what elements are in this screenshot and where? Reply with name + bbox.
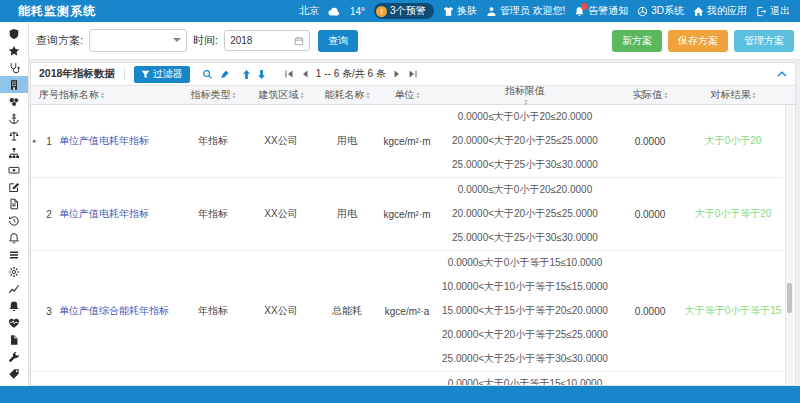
sort-icon[interactable]: ▴▾ <box>416 91 419 99</box>
document-icon <box>8 198 20 210</box>
sidebar-item-heart-pulse[interactable] <box>0 314 28 331</box>
indicator-name-link[interactable]: 单位产值电耗年指标 <box>59 207 149 221</box>
query-scheme-select[interactable] <box>89 29 187 52</box>
sort-icon[interactable]: ▴▾ <box>101 91 104 99</box>
next-page-button[interactable] <box>392 69 402 79</box>
sort-icon[interactable]: ▴▾ <box>366 91 369 99</box>
benchmark-result-cell: 大于0小于20 <box>685 134 781 148</box>
shield-icon <box>8 28 20 40</box>
sidebar-item-building[interactable] <box>0 76 28 93</box>
column-label: 能耗名称 <box>324 88 364 102</box>
table-row[interactable]: 3单位产值综合能耗年指标年指标XX公司总能耗kgce/m²·a0.0000≤大于… <box>31 251 783 372</box>
limit-ranges-cell: 0.0000≤大于0小于20≤20.000020.0000<大于20小于25≤2… <box>435 178 615 250</box>
column-header-unit[interactable]: 单位▴▾ <box>379 88 435 102</box>
sidebar-item-edit[interactable] <box>0 178 28 195</box>
last-page-button[interactable] <box>408 69 418 79</box>
benchmark-result-cell: 大于等于0小于等于15 <box>685 304 781 318</box>
table-row[interactable]: 2单位产值电耗年指标年指标XX公司用电kgce/m²·m0.0000≤大于0小于… <box>31 178 783 251</box>
sidebar-item-menu[interactable] <box>0 246 28 263</box>
change-skin-button[interactable]: 换肤 <box>443 4 477 18</box>
building-icon <box>8 79 20 91</box>
my-apps-button[interactable]: 我的应用 <box>693 4 747 18</box>
sort-icon[interactable]: ▴▾ <box>664 91 667 99</box>
vertical-scrollbar[interactable] <box>785 105 793 384</box>
unit-cell: kgce/m²·m <box>379 209 435 220</box>
first-page-button[interactable] <box>284 69 294 79</box>
sidebar-item-document[interactable] <box>0 195 28 212</box>
time-input[interactable]: 2018 <box>224 30 310 51</box>
prev-page-button[interactable] <box>300 69 310 79</box>
sidebar-item-star[interactable] <box>0 42 28 59</box>
indicator-name-cell: 单位产值综合能耗年指标 <box>59 304 179 318</box>
column-header-region[interactable]: 建筑区域▴▾ <box>247 88 315 102</box>
indicator-name-link[interactable]: 单位产值综合能耗年指标 <box>59 304 169 318</box>
exclamation-icon: ! <box>376 6 387 17</box>
separator <box>124 68 125 80</box>
system-3d-button[interactable]: 3D系统 <box>637 4 684 18</box>
alert-badge[interactable]: ! 3个预警 <box>374 3 434 19</box>
filter-button[interactable]: 过滤器 <box>134 66 190 83</box>
anchor-icon <box>8 113 20 125</box>
sidebar-item-sitemap[interactable] <box>0 144 28 161</box>
user-menu[interactable]: 管理员 欢迎您! <box>486 4 566 18</box>
scrollbar-thumb[interactable] <box>787 283 792 313</box>
logout-button[interactable]: 退出 <box>756 4 790 18</box>
sidebar-item-scale[interactable] <box>0 127 28 144</box>
sidebar-item-banknote[interactable] <box>0 161 28 178</box>
collapse-panel-icon[interactable] <box>777 71 787 77</box>
benchmark-result-cell: 大于0小于等于20 <box>685 207 781 221</box>
query-bar: 查询方案: 时间: 2018 查询 新方案 保存方案 管理方案 <box>28 22 800 60</box>
row-number-cell: 2 <box>39 209 59 220</box>
shirt-icon <box>443 6 454 17</box>
sidebar-item-history[interactable] <box>0 212 28 229</box>
table-row[interactable]: ▸1单位产值电耗年指标年指标XX公司用电kgce/m²·m0.0000≤大于0小… <box>31 105 783 178</box>
sidebar-item-bell-outline[interactable] <box>0 229 28 246</box>
search-icon[interactable] <box>202 69 213 80</box>
indicator-type-cell: 年指标 <box>179 304 247 318</box>
sidebar-item-tag[interactable] <box>0 365 28 382</box>
new-scheme-button[interactable]: 新方案 <box>612 30 662 52</box>
sidebar <box>0 22 29 386</box>
search-button[interactable]: 查询 <box>318 30 358 52</box>
sidebar-item-coins[interactable] <box>0 93 28 110</box>
calendar-icon[interactable] <box>294 36 304 46</box>
sort-icon[interactable]: ▴▾ <box>232 91 235 99</box>
coins-icon <box>8 96 20 108</box>
sidebar-item-chart-line[interactable] <box>0 280 28 297</box>
indicator-name-link[interactable]: 单位产值电耗年指标 <box>59 134 149 148</box>
row-expander[interactable]: ▸ <box>31 137 39 145</box>
move-up-icon[interactable] <box>242 69 251 80</box>
save-scheme-button[interactable]: 保存方案 <box>668 30 728 52</box>
sidebar-item-gear[interactable] <box>0 263 28 280</box>
sort-icon[interactable]: ▴▾ <box>752 91 755 99</box>
alarm-notice-button[interactable]: 告警通知 <box>574 4 628 18</box>
limit-ranges-cell: 0.0000≤大于0小于等于15≤10.000010.0000<大于10小于等于… <box>435 251 615 371</box>
column-header-type[interactable]: 指标类型▴▾ <box>179 88 247 102</box>
column-header-result[interactable]: 对标结果▴▾ <box>685 88 781 102</box>
manage-scheme-button[interactable]: 管理方案 <box>734 30 794 52</box>
sidebar-item-wrench[interactable] <box>0 348 28 365</box>
sidebar-item-anchor[interactable] <box>0 110 28 127</box>
table-toolbar: 2018年指标数据 过滤器 <box>31 63 795 86</box>
move-down-icon[interactable] <box>257 69 266 80</box>
query-scheme-label: 查询方案: <box>36 33 83 48</box>
sidebar-item-shield[interactable] <box>0 25 28 42</box>
sort-icon[interactable]: ▴▾ <box>300 91 303 99</box>
column-header-actual[interactable]: 实际值▴▾ <box>615 88 685 102</box>
clear-filter-icon[interactable] <box>219 69 230 80</box>
column-header-energy[interactable]: 能耗名称▴▾ <box>315 88 379 102</box>
column-header-limit[interactable]: 指标限值▴▾ <box>435 84 615 106</box>
bell-outline-icon <box>8 232 20 244</box>
file-icon <box>8 334 20 346</box>
table-row[interactable]: 0.0000≤大于0小于等于15≤10.0000 <box>31 372 783 385</box>
limit-range: 20.0000<大于20小于等于25≤25.0000 <box>442 323 608 347</box>
sidebar-item-stethoscope[interactable] <box>0 59 28 76</box>
user-label: 管理员 欢迎您! <box>500 4 566 18</box>
column-label: 指标名称 <box>59 88 99 102</box>
banknote-icon <box>8 164 20 176</box>
sidebar-item-bell[interactable] <box>0 297 28 314</box>
gear-icon <box>8 266 20 278</box>
column-label: 指标类型 <box>190 88 230 102</box>
column-header-name[interactable]: 指标名称▴▾ <box>59 88 179 102</box>
sidebar-item-file[interactable] <box>0 331 28 348</box>
